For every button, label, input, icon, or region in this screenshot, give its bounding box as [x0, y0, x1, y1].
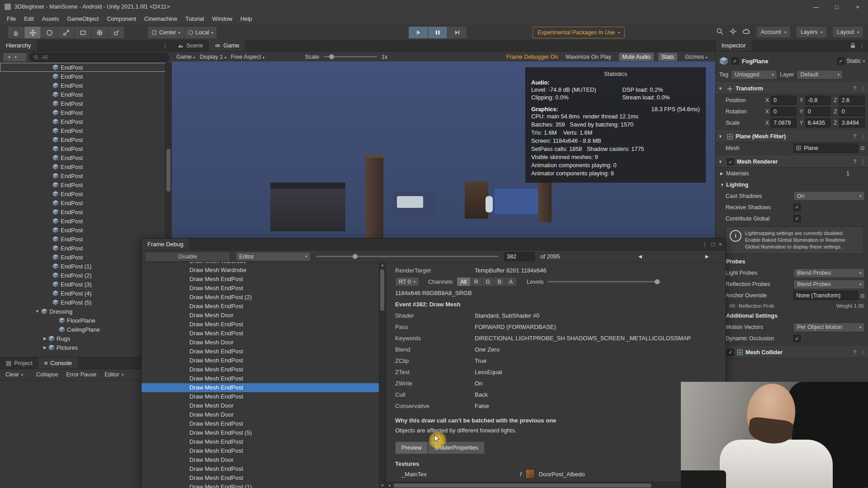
axis-x-field[interactable]: 7.0879 [771, 118, 797, 127]
stats-toggle[interactable]: Stats [658, 53, 678, 61]
close-icon[interactable]: × [718, 241, 722, 248]
hierarchy-item[interactable]: EndPost [0, 153, 165, 162]
frame-debug-event-row[interactable]: Draw Mesh Door [142, 401, 386, 410]
kebab-menu-icon[interactable]: ⋮ [860, 349, 866, 356]
mesh-renderer-enabled-checkbox[interactable]: ✓ [727, 158, 734, 165]
hierarchy-item[interactable]: EndPost [0, 63, 165, 72]
foldout-arrow-icon[interactable]: ▶ [43, 336, 47, 341]
mesh-object-field[interactable]: Plane [793, 144, 858, 153]
maximize-button[interactable]: □ [826, 0, 847, 14]
light-probes-dropdown[interactable]: Blend Probes▾ [793, 268, 865, 278]
foldout-arrow-icon[interactable]: ▼ [720, 183, 726, 187]
axis-y-field[interactable]: 0 [805, 107, 831, 116]
tab-scene[interactable]: Scene [172, 40, 209, 51]
move-tool-button[interactable] [24, 26, 41, 39]
preview-button[interactable]: Preview [395, 441, 428, 454]
hierarchy-item[interactable]: EndPost [0, 108, 165, 117]
scrollbar-thumb[interactable] [380, 269, 384, 311]
mesh-renderer-component-header[interactable]: ▼ ✓ Mesh Renderer ?⋮ [716, 156, 868, 168]
receive-shadows-checkbox[interactable]: ✓ [793, 204, 801, 211]
kebab-menu-icon[interactable]: ⋮ [702, 241, 708, 248]
menu-item[interactable]: GameObject [63, 16, 103, 22]
tab-game[interactable]: Game [209, 40, 245, 51]
axis-z-field[interactable]: 0 [839, 107, 865, 116]
tab-inspector[interactable]: Inspector [716, 40, 751, 51]
reflection-probes-dropdown[interactable]: Blend Probes▾ [793, 280, 865, 289]
hierarchy-item[interactable]: EndPost [0, 189, 165, 198]
mesh-collider-component-header[interactable]: ▼ ✓ Mesh Collider ?⋮ [716, 347, 868, 358]
mute-audio-toggle[interactable]: Mute Audio [619, 53, 654, 61]
channel-button[interactable]: All [457, 277, 471, 286]
anchor-override-field[interactable]: None (Transform) [793, 291, 858, 300]
menu-item[interactable]: Edit [20, 16, 38, 22]
frame-debug-event-row[interactable]: Draw Mesh EndPost [142, 302, 386, 311]
cast-shadows-dropdown[interactable]: On▾ [793, 191, 865, 201]
hierarchy-item[interactable]: EndPost [0, 135, 165, 144]
transform-component-header[interactable]: ▼ Transform ?⋮ [716, 83, 868, 94]
display-dropdown[interactable]: Display 1 ▾ [200, 54, 226, 60]
axis-z-field[interactable]: 2.6 [839, 96, 865, 105]
hierarchy-item[interactable]: EndPost [0, 81, 165, 90]
frame-debug-event-row[interactable]: Draw Mesh EndPost [142, 329, 386, 338]
menu-item[interactable]: File [3, 16, 20, 22]
close-button[interactable]: × [847, 0, 868, 14]
texture-thumbnail[interactable] [525, 469, 535, 479]
frame-debug-event-row[interactable]: Draw Mesh EndPost [142, 446, 386, 455]
help-icon[interactable]: ? [853, 349, 856, 356]
menu-item[interactable]: Window [208, 16, 236, 22]
experimental-packages-dropdown[interactable]: Experimental Packages In Use▾ [533, 27, 625, 38]
frame-debug-event-row[interactable]: Draw Mesh Door [142, 311, 386, 320]
hierarchy-item[interactable]: EndPost [0, 198, 165, 207]
frame-debug-event-row[interactable]: Draw Mesh EndPost [142, 383, 386, 392]
foldout-arrow-icon[interactable]: ▼ [718, 160, 724, 164]
lock-icon[interactable] [850, 42, 855, 48]
help-icon[interactable]: ? [853, 159, 856, 165]
foldout-arrow-icon[interactable]: ▼ [718, 134, 724, 139]
previous-frame-button[interactable]: ◄ [630, 253, 651, 260]
frame-debug-event-row[interactable]: Draw Mesh EndPost [142, 374, 386, 383]
hierarchy-item[interactable]: EndPost [0, 144, 165, 153]
scale-tool-button[interactable] [58, 26, 75, 39]
foldout-arrow-icon[interactable]: ▶ [43, 345, 47, 350]
game-view-menu[interactable]: Game ▾ [176, 54, 195, 60]
pause-button[interactable] [428, 26, 448, 39]
frame-debug-event-row[interactable]: Draw Mesh EndPost [142, 284, 386, 293]
rt-dropdown[interactable]: RT 0▾ [395, 277, 419, 286]
frame-debug-list-scrollbar[interactable]: ▲ ▼ [379, 262, 386, 488]
kebab-menu-icon[interactable]: ⋮ [860, 85, 866, 92]
help-icon[interactable]: ? [853, 85, 856, 92]
layer-dropdown[interactable]: Default▾ [797, 70, 843, 80]
static-checkbox[interactable]: ✓ [837, 57, 844, 65]
frame-debug-event-row[interactable]: Draw Mesh EndPost [142, 356, 386, 365]
kebab-menu-icon[interactable]: ⋮ [859, 42, 865, 49]
hierarchy-item[interactable]: EndPost [0, 72, 165, 81]
frame-debugger-status[interactable]: Frame Debugger On [506, 54, 558, 60]
handle-rotation-toggle-button[interactable]: Local▾ [184, 26, 217, 39]
hierarchy-scrollbar-thumb[interactable] [166, 149, 170, 192]
frame-debug-event-row[interactable]: Draw Mesh Wardrobe [142, 266, 386, 275]
motion-vectors-dropdown[interactable]: Per Object Motion▾ [793, 323, 865, 332]
frame-debug-event-row[interactable]: Draw Mesh EndPost (1) [142, 483, 386, 488]
scrollbar-thumb[interactable] [393, 483, 651, 488]
step-button[interactable] [448, 26, 467, 39]
frame-debug-event-row[interactable]: Draw Mesh Door [142, 410, 386, 419]
tab-frame-debug[interactable]: Frame Debug [142, 239, 189, 250]
hierarchy-item[interactable]: EndPost [0, 99, 165, 108]
object-name[interactable]: FogPlane [742, 58, 769, 65]
frame-debug-event-row[interactable]: Draw Mesh Door [142, 338, 386, 347]
contribute-global-checkbox[interactable]: ✓ [793, 215, 801, 222]
frame-debug-event-row[interactable]: Draw Mesh EndPost [142, 347, 386, 356]
progress-activity-icon[interactable] [729, 28, 737, 37]
console-error-pause-toggle[interactable]: Error Pause [63, 370, 100, 379]
horizontal-scrollbar[interactable]: ◄ ► [386, 482, 726, 488]
scale-slider-thumb[interactable] [329, 54, 334, 59]
frame-debug-event-row[interactable]: Draw Mesh EndPost (2) [142, 293, 386, 302]
account-dropdown[interactable]: Account▾ [756, 26, 791, 38]
object-picker-icon[interactable]: ⊙ [860, 292, 865, 299]
hierarchy-item[interactable]: EndPost [0, 162, 165, 171]
axis-z-field[interactable]: 3.8494 [839, 118, 865, 127]
hierarchy-item[interactable]: EndPost [0, 117, 165, 126]
static-dropdown-icon[interactable]: ▾ [863, 59, 865, 63]
transform-tool-button[interactable] [91, 26, 108, 39]
hand-tool-button[interactable] [7, 26, 24, 39]
